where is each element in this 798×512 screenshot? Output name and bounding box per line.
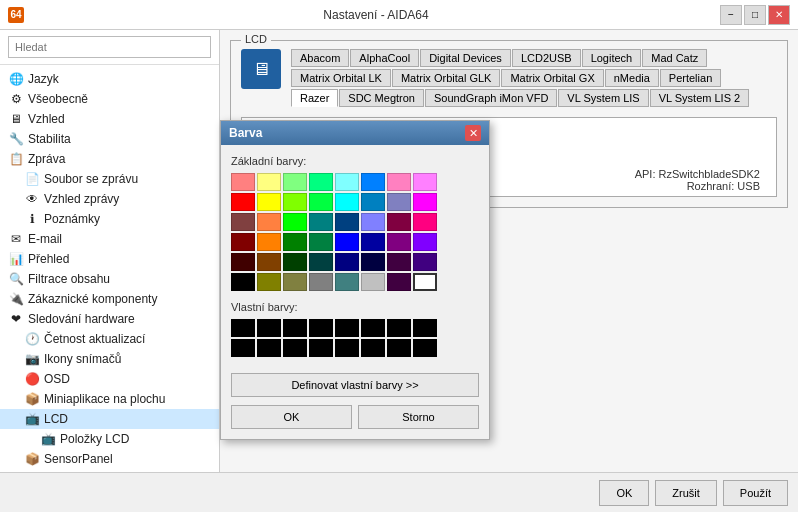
sidebar-item-osd[interactable]: 🔴OSD xyxy=(0,369,219,389)
basic-color-cell[interactable] xyxy=(387,213,411,231)
sidebar-item-filtrace-obsahu[interactable]: 🔍Filtrace obsahu xyxy=(0,269,219,289)
sidebar-item-všeobecně[interactable]: ⚙Všeobecně xyxy=(0,89,219,109)
sidebar-item-e-mail[interactable]: ✉E-mail xyxy=(0,229,219,249)
apply-button[interactable]: Použít xyxy=(723,480,788,506)
basic-color-cell[interactable] xyxy=(335,273,359,291)
color-dialog[interactable]: Barva ✕ Základní barvy: Vlastní barvy: D… xyxy=(220,120,490,440)
sidebar-item-sledování-hardware[interactable]: ❤Sledování hardware xyxy=(0,309,219,329)
basic-color-cell[interactable] xyxy=(309,253,333,271)
basic-color-cell[interactable] xyxy=(257,233,281,251)
basic-color-cell[interactable] xyxy=(387,273,411,291)
basic-color-cell[interactable] xyxy=(413,213,437,231)
basic-color-cell[interactable] xyxy=(335,193,359,211)
basic-color-cell[interactable] xyxy=(309,233,333,251)
sidebar-item-sensorpanel[interactable]: 📦SensorPanel xyxy=(0,449,219,469)
dialog-close-button[interactable]: ✕ xyxy=(465,125,481,141)
basic-color-cell[interactable] xyxy=(335,173,359,191)
sidebar-item-četnost-aktualizací[interactable]: 🕐Četnost aktualizací xyxy=(0,329,219,349)
sidebar-item-ikony-snímačů[interactable]: 📷Ikony snímačů xyxy=(0,349,219,369)
custom-color-cell[interactable] xyxy=(413,319,437,337)
basic-color-cell[interactable] xyxy=(257,273,281,291)
search-input[interactable] xyxy=(8,36,211,58)
tab-nmedia[interactable]: nMedia xyxy=(605,69,659,87)
basic-color-cell[interactable] xyxy=(231,273,255,291)
sidebar-item-vzhled[interactable]: 🖥Vzhled xyxy=(0,109,219,129)
sidebar-item-přehled[interactable]: 📊Přehled xyxy=(0,249,219,269)
basic-color-cell[interactable] xyxy=(283,193,307,211)
basic-color-cell[interactable] xyxy=(309,173,333,191)
basic-color-cell[interactable] xyxy=(257,213,281,231)
basic-color-cell[interactable] xyxy=(413,273,437,291)
basic-color-cell[interactable] xyxy=(283,233,307,251)
sidebar-item-stabilita[interactable]: 🔧Stabilita xyxy=(0,129,219,149)
basic-color-cell[interactable] xyxy=(361,173,385,191)
sidebar-item-jazyk[interactable]: 🌐Jazyk xyxy=(0,69,219,89)
basic-color-cell[interactable] xyxy=(231,233,255,251)
sidebar-item-zpráva[interactable]: 📋Zpráva xyxy=(0,149,219,169)
basic-color-cell[interactable] xyxy=(309,213,333,231)
custom-color-cell[interactable] xyxy=(283,339,307,357)
basic-color-cell[interactable] xyxy=(387,253,411,271)
tab-lcd2usb[interactable]: LCD2USB xyxy=(512,49,581,67)
custom-color-cell[interactable] xyxy=(387,319,411,337)
basic-color-cell[interactable] xyxy=(361,213,385,231)
basic-color-cell[interactable] xyxy=(257,193,281,211)
basic-color-cell[interactable] xyxy=(335,213,359,231)
basic-color-cell[interactable] xyxy=(283,273,307,291)
sidebar-item-miniaplikace-na-plochu[interactable]: 📦Miniaplikace na plochu xyxy=(0,389,219,409)
basic-color-cell[interactable] xyxy=(413,233,437,251)
tab-sdc-megtron[interactable]: SDC Megtron xyxy=(339,89,424,107)
basic-color-cell[interactable] xyxy=(283,253,307,271)
basic-color-cell[interactable] xyxy=(231,253,255,271)
minimize-button[interactable]: − xyxy=(720,5,742,25)
basic-color-cell[interactable] xyxy=(413,173,437,191)
ok-button[interactable]: OK xyxy=(599,480,649,506)
basic-color-cell[interactable] xyxy=(231,193,255,211)
tab-vl-system-lis-2[interactable]: VL System LIS 2 xyxy=(650,89,750,107)
tab-razer[interactable]: Razer xyxy=(291,89,338,107)
tab-pertelian[interactable]: Pertelian xyxy=(660,69,721,87)
basic-color-cell[interactable] xyxy=(413,193,437,211)
tab-mad-catz[interactable]: Mad Catz xyxy=(642,49,707,67)
tab-vl-system-lis[interactable]: VL System LIS xyxy=(558,89,648,107)
custom-color-cell[interactable] xyxy=(257,339,281,357)
tab-soundgraph-imon-vfd[interactable]: SoundGraph iMon VFD xyxy=(425,89,557,107)
basic-color-cell[interactable] xyxy=(335,253,359,271)
sidebar-item-protokolování[interactable]: 📝Protokolování xyxy=(0,469,219,472)
basic-color-cell[interactable] xyxy=(361,253,385,271)
tab-matrix-orbital-gx[interactable]: Matrix Orbital GX xyxy=(501,69,603,87)
basic-color-cell[interactable] xyxy=(231,173,255,191)
sidebar-item-položky-lcd[interactable]: 📺Položky LCD xyxy=(0,429,219,449)
tab-digital-devices[interactable]: Digital Devices xyxy=(420,49,511,67)
custom-color-cell[interactable] xyxy=(335,319,359,337)
custom-color-cell[interactable] xyxy=(257,319,281,337)
dialog-cancel-button[interactable]: Storno xyxy=(358,405,479,429)
basic-color-cell[interactable] xyxy=(283,213,307,231)
basic-color-cell[interactable] xyxy=(283,173,307,191)
basic-color-cell[interactable] xyxy=(257,253,281,271)
sidebar-item-zákaznické-komponenty[interactable]: 🔌Zákaznické komponenty xyxy=(0,289,219,309)
basic-color-cell[interactable] xyxy=(257,173,281,191)
sidebar-item-vzhled-zprávy[interactable]: 👁Vzhled zprávy xyxy=(0,189,219,209)
basic-color-cell[interactable] xyxy=(413,253,437,271)
basic-color-cell[interactable] xyxy=(231,213,255,231)
define-custom-button[interactable]: Definovat vlastní barvy >> xyxy=(231,373,479,397)
basic-color-cell[interactable] xyxy=(387,173,411,191)
custom-color-cell[interactable] xyxy=(413,339,437,357)
sidebar-item-lcd[interactable]: 📺LCD xyxy=(0,409,219,429)
custom-color-cell[interactable] xyxy=(387,339,411,357)
custom-color-cell[interactable] xyxy=(335,339,359,357)
basic-color-cell[interactable] xyxy=(335,233,359,251)
basic-color-cell[interactable] xyxy=(361,193,385,211)
maximize-button[interactable]: □ xyxy=(744,5,766,25)
tab-matrix-orbital-lk[interactable]: Matrix Orbital LK xyxy=(291,69,391,87)
basic-color-cell[interactable] xyxy=(387,193,411,211)
dialog-ok-button[interactable]: OK xyxy=(231,405,352,429)
sidebar-item-poznámky[interactable]: ℹPoznámky xyxy=(0,209,219,229)
tab-alphacool[interactable]: AlphaCool xyxy=(350,49,419,67)
custom-color-cell[interactable] xyxy=(309,319,333,337)
tab-abacom[interactable]: Abacom xyxy=(291,49,349,67)
custom-color-cell[interactable] xyxy=(283,319,307,337)
custom-color-cell[interactable] xyxy=(361,339,385,357)
basic-color-cell[interactable] xyxy=(361,233,385,251)
